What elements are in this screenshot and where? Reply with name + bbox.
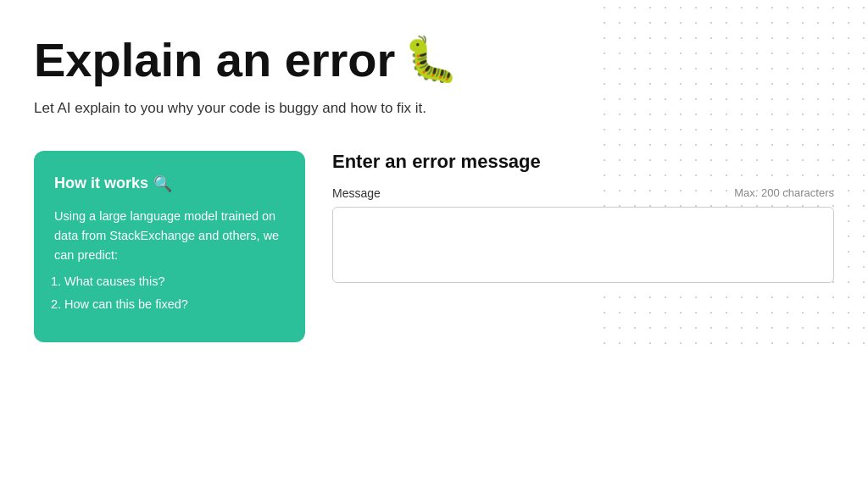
max-chars-label: Max. 200 characters — [734, 186, 834, 199]
list-item-2: How can this be fixed? — [64, 295, 285, 314]
page-title: Explain an error 🐛 — [34, 34, 834, 86]
how-it-works-intro: Using a large language model trained on … — [54, 207, 285, 266]
magnifier-icon: 🔍 — [153, 175, 172, 193]
how-it-works-list: What causes this? How can this be fixed? — [58, 272, 285, 314]
lower-section: How it works 🔍 Using a large language mo… — [34, 151, 834, 342]
form-title: Enter an error message — [332, 151, 834, 173]
page-title-text: Explain an error — [34, 34, 395, 86]
message-label: Message — [332, 186, 381, 200]
caterpillar-emoji: 🐛 — [403, 36, 459, 84]
hero-section: Explain an error 🐛 Let AI explain to you… — [34, 34, 834, 117]
form-section: Enter an error message Message Max. 200 … — [332, 151, 834, 286]
form-label-row: Message Max. 200 characters — [332, 186, 834, 200]
how-it-works-body: Using a large language model trained on … — [54, 207, 285, 315]
how-it-works-card: How it works 🔍 Using a large language mo… — [34, 151, 305, 342]
message-textarea[interactable] — [332, 207, 834, 283]
list-item-1: What causes this? — [64, 272, 285, 291]
page-subtitle: Let AI explain to you why your code is b… — [34, 100, 834, 117]
how-it-works-label: How it works — [54, 175, 148, 192]
how-it-works-title: How it works 🔍 — [54, 175, 285, 193]
